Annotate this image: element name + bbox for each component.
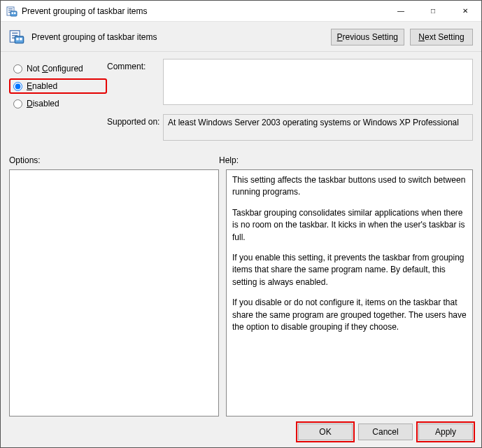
radio-disabled[interactable]: Disabled <box>9 96 107 111</box>
radio-enabled[interactable]: Enabled <box>9 78 107 94</box>
maximize-button[interactable]: □ <box>417 1 449 22</box>
policy-icon-large <box>9 29 26 46</box>
next-setting-button[interactable]: Next Setting <box>410 29 473 46</box>
options-label: Options: <box>9 155 219 165</box>
help-paragraph: This setting affects the taskbar buttons… <box>232 174 467 199</box>
apply-button[interactable]: Apply <box>418 424 473 440</box>
ok-button[interactable]: OK <box>298 424 353 440</box>
prev-label-rest: revious Setting <box>343 32 398 42</box>
help-paragraph: If you disable or do not configure it, i… <box>232 297 467 333</box>
radio-disabled-input[interactable] <box>13 99 22 108</box>
help-label: Help: <box>219 155 239 165</box>
next-label-rest: ext Setting <box>425 32 465 42</box>
title-bar: Prevent grouping of taskbar items — □ ✕ <box>1 1 481 22</box>
svg-rect-1 <box>8 8 13 9</box>
footer: OK Cancel Apply <box>9 416 473 440</box>
state-column: Not Configured Enabled Disabled <box>9 59 107 143</box>
comment-textarea[interactable] <box>163 59 473 105</box>
radio-not-configured-input[interactable] <box>13 64 22 74</box>
svg-rect-11 <box>15 36 23 43</box>
policy-icon <box>6 6 17 17</box>
previous-setting-button[interactable]: Previous Setting <box>331 29 404 46</box>
header: Prevent grouping of taskbar items Previo… <box>1 22 481 52</box>
window-title: Prevent grouping of taskbar items <box>22 6 147 16</box>
body: Not Configured Enabled Disabled Comment:… <box>1 52 481 447</box>
supported-label: Supported on: <box>107 114 163 143</box>
supported-textarea <box>163 114 473 141</box>
help-panel: This setting affects the taskbar buttons… <box>226 169 473 416</box>
minimize-button[interactable]: — <box>385 1 417 22</box>
svg-rect-12 <box>16 38 18 40</box>
close-button[interactable]: ✕ <box>449 1 481 22</box>
svg-rect-5 <box>12 12 14 14</box>
policy-title: Prevent grouping of taskbar items <box>31 32 157 42</box>
svg-rect-8 <box>12 33 17 34</box>
help-paragraph: If you enable this setting, it prevents … <box>232 252 467 288</box>
cancel-button[interactable]: Cancel <box>358 424 413 440</box>
radio-enabled-input[interactable] <box>13 82 22 91</box>
help-paragraph: Taskbar grouping consolidates similar ap… <box>232 207 467 244</box>
comment-label: Comment: <box>107 59 163 107</box>
svg-rect-4 <box>10 11 17 16</box>
svg-rect-13 <box>20 38 22 40</box>
radio-not-configured[interactable]: Not Configured <box>9 61 107 76</box>
options-panel <box>9 169 219 416</box>
svg-rect-6 <box>14 12 16 14</box>
